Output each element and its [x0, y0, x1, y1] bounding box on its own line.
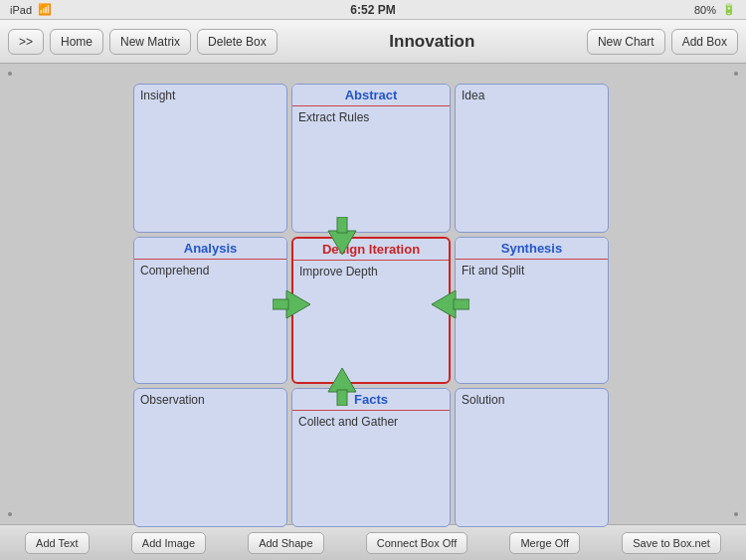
- cell-mid-center[interactable]: Design Iteration Improve Depth: [291, 237, 451, 384]
- wifi-icon: 📶: [38, 3, 52, 16]
- cell-mid-left-header: Analysis: [134, 238, 286, 260]
- toolbar: >> Home New Matrix Delete Box Innovation…: [0, 20, 746, 64]
- svg-marker-4: [286, 290, 310, 318]
- connect-box-button[interactable]: Connect Box Off: [366, 532, 468, 554]
- device-label: iPad: [10, 4, 32, 16]
- new-matrix-button[interactable]: New Matrix: [109, 29, 191, 55]
- new-chart-button[interactable]: New Chart: [587, 29, 665, 55]
- status-left: iPad 📶: [10, 3, 52, 16]
- cell-mid-right-header: Synthesis: [456, 238, 608, 260]
- svg-rect-5: [273, 299, 288, 309]
- svg-rect-1: [337, 217, 347, 233]
- main-canvas: Insight Abstract Extract Rules Idea Anal…: [0, 64, 746, 524]
- corner-dot-br: [734, 512, 738, 516]
- cell-bot-center-header: Facts: [292, 389, 450, 411]
- cell-mid-center-header: Design Iteration: [293, 239, 449, 261]
- merge-button[interactable]: Merge Off: [509, 532, 580, 554]
- add-shape-button[interactable]: Add Shape: [248, 532, 323, 554]
- bottom-bar: Add Text Add Image Add Shape Connect Box…: [0, 524, 746, 560]
- battery-label: 80%: [694, 4, 716, 16]
- svg-marker-2: [328, 368, 356, 392]
- cell-top-center-header: Abstract: [292, 85, 450, 106]
- matrix-grid: Insight Abstract Extract Rules Idea Anal…: [133, 84, 613, 527]
- toolbar-title: Innovation: [283, 32, 581, 52]
- svg-rect-7: [454, 299, 469, 309]
- cell-bot-center-content: Collect and Gather: [292, 411, 450, 433]
- cell-mid-right[interactable]: Synthesis Fit and Split: [455, 237, 609, 384]
- arrow-bottom: [322, 366, 362, 406]
- svg-rect-3: [337, 390, 347, 406]
- arrow-left: [273, 284, 312, 324]
- cell-top-right[interactable]: Idea: [455, 84, 609, 233]
- cell-top-left[interactable]: Insight: [133, 84, 287, 233]
- cell-bot-center[interactable]: Facts Collect and Gather: [291, 388, 451, 527]
- save-button[interactable]: Save to Box.net: [622, 532, 721, 554]
- arrow-top: [322, 217, 362, 257]
- corner-dot-bl: [8, 512, 12, 516]
- cell-bot-left[interactable]: Observation: [133, 388, 287, 527]
- cell-mid-right-content: Fit and Split: [456, 260, 608, 281]
- cell-bot-right-content: Solution: [456, 389, 608, 411]
- cell-mid-left[interactable]: Analysis Comprehend: [133, 237, 287, 384]
- svg-marker-6: [432, 290, 456, 318]
- cell-bot-left-content: Observation: [134, 389, 286, 411]
- svg-marker-0: [328, 231, 356, 255]
- cell-top-left-content: Insight: [134, 85, 286, 106]
- status-bar: iPad 📶 6:52 PM 80% 🔋: [0, 0, 746, 20]
- cell-top-center[interactable]: Abstract Extract Rules: [291, 84, 451, 233]
- battery-icon: 🔋: [722, 3, 736, 16]
- status-right: 80% 🔋: [694, 3, 736, 16]
- home-button[interactable]: Home: [50, 29, 103, 55]
- back-button[interactable]: >>: [8, 29, 44, 55]
- delete-box-button[interactable]: Delete Box: [197, 29, 278, 55]
- cell-top-right-content: Idea: [456, 85, 608, 106]
- arrow-right: [430, 284, 469, 324]
- cell-bot-right[interactable]: Solution: [455, 388, 609, 527]
- cell-mid-left-content: Comprehend: [134, 260, 286, 281]
- status-time: 6:52 PM: [350, 3, 395, 17]
- corner-dot-tr: [734, 72, 738, 76]
- corner-dot-tl: [8, 72, 12, 76]
- add-text-button[interactable]: Add Text: [25, 532, 90, 554]
- cell-top-center-content: Extract Rules: [292, 106, 450, 128]
- cell-mid-center-content: Improve Depth: [293, 261, 449, 282]
- add-box-button[interactable]: Add Box: [671, 29, 738, 55]
- toolbar-right-buttons: New Chart Add Box: [587, 29, 738, 55]
- add-image-button[interactable]: Add Image: [131, 532, 206, 554]
